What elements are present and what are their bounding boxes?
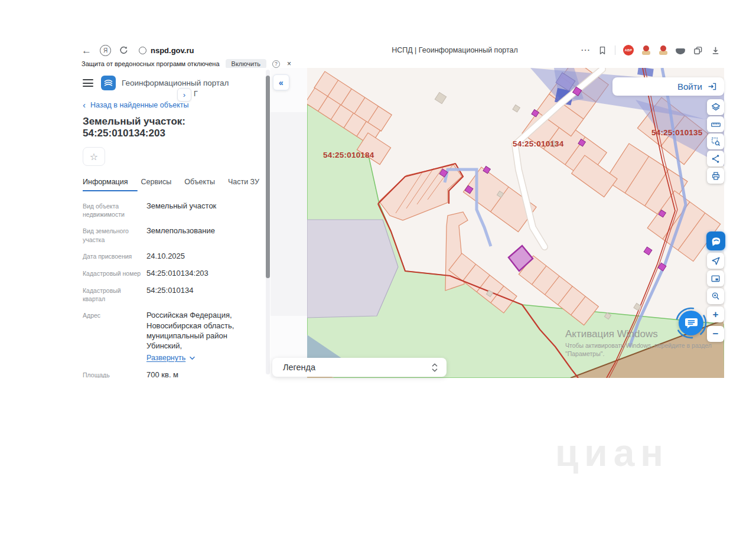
- coordinate-search-icon: [711, 291, 721, 302]
- legend-expand-icon[interactable]: [431, 363, 438, 372]
- star-icon: ☆: [90, 151, 98, 162]
- measure-button[interactable]: [707, 116, 724, 132]
- print-button[interactable]: [707, 168, 724, 184]
- portal-title: Геоинформационный портал: [122, 79, 229, 87]
- menu-icon[interactable]: [83, 79, 93, 87]
- share-button[interactable]: [707, 151, 724, 167]
- browser-tab-title: НСПД | Геоинформационный портал: [313, 46, 597, 54]
- printer-icon: [711, 171, 721, 181]
- nspd-logo: [101, 76, 116, 90]
- toolbar-divider: [615, 45, 615, 55]
- download-icon[interactable]: [711, 45, 721, 56]
- field-row: Площадь уточненная700 кв. м: [83, 370, 263, 378]
- extension-icon[interactable]: [659, 45, 668, 55]
- area-search-icon: [711, 136, 721, 147]
- zoom-in-button[interactable]: +: [707, 306, 724, 322]
- field-row: Кадастровый квартал54:25:010134: [83, 285, 263, 303]
- share-icon: [711, 154, 721, 164]
- overview-frame-button[interactable]: [707, 270, 724, 286]
- browser-back-icon[interactable]: ←: [82, 45, 92, 56]
- field-row: Вид земельного участкаЗемлепользование: [83, 226, 263, 243]
- tab-chasti-zu[interactable]: Части ЗУ: [228, 178, 259, 191]
- login-icon: [707, 81, 717, 92]
- draw-tool-icon: [710, 235, 722, 247]
- legend-title: Легенда: [283, 363, 315, 372]
- area-search-button[interactable]: [707, 133, 724, 149]
- adblock-extension-icon[interactable]: ABP: [623, 45, 634, 56]
- svg-text:Активация Windows: Активация Windows: [565, 328, 658, 340]
- chat-bubble-icon: [685, 317, 698, 330]
- extension-icon[interactable]: [641, 45, 651, 55]
- favorite-star-button[interactable]: ☆: [83, 147, 105, 166]
- quarter-label: 54:25:010134: [513, 139, 564, 148]
- back-link-label: Назад в найденные объекты: [90, 101, 188, 109]
- chat-widget-button[interactable]: [674, 306, 708, 340]
- field-row: Кадастровый номер54:25:010134:203: [83, 268, 263, 278]
- chevron-left-icon: ‹: [83, 100, 86, 109]
- field-row: Дата присвоения24.10.2025: [83, 251, 263, 261]
- object-info-panel: Геоинформационный портал ‹ Назад в найде…: [77, 68, 269, 378]
- browser-toolbar: ← Я nspd.gov.ru НСПД | Геоинформационный…: [77, 41, 724, 59]
- address-bar[interactable]: nspd.gov.ru: [139, 46, 194, 55]
- bookmark-icon[interactable]: [598, 45, 607, 55]
- tabs-scroll-right-button[interactable]: ›: [177, 88, 191, 102]
- field-row-address: Адрес Российская Федерация, Новосибирска…: [83, 310, 263, 363]
- help-icon[interactable]: ?: [272, 60, 280, 68]
- expand-address-link[interactable]: Развернуть: [146, 353, 263, 363]
- close-icon[interactable]: ×: [287, 60, 291, 68]
- reload-icon[interactable]: [119, 45, 128, 55]
- cadastral-map[interactable]: 54:25:010184 54:25:010134 54:25:010135 А…: [307, 68, 724, 378]
- ruler-icon: [711, 119, 721, 130]
- map-container[interactable]: 54:25:010184 54:25:010134 54:25:010135 А…: [307, 68, 724, 378]
- svg-text:Чтобы активировать Windows, пе: Чтобы активировать Windows, перейдите в …: [565, 342, 712, 349]
- login-button[interactable]: Войти: [612, 77, 724, 96]
- coordinate-search-button[interactable]: [707, 288, 724, 304]
- layers-icon: [711, 102, 721, 113]
- panel-edge-strip: [271, 68, 307, 378]
- locate-button[interactable]: [707, 253, 724, 269]
- legend-bar[interactable]: Легенда: [272, 358, 447, 377]
- browser-profile-icon[interactable]: Я: [100, 45, 111, 56]
- enable-protection-button[interactable]: Включить: [226, 59, 266, 68]
- tab-fragment: Г: [194, 90, 198, 98]
- layers-button[interactable]: [707, 99, 724, 115]
- zoom-out-button[interactable]: −: [707, 326, 724, 342]
- site-info-icon[interactable]: [139, 47, 146, 54]
- panel-scrollbar-thumb[interactable]: [266, 76, 270, 278]
- navigation-arrow-icon: [711, 256, 721, 266]
- object-title: Земельный участок: 54:25:010134:203: [83, 116, 269, 139]
- overview-frame-icon: [711, 273, 721, 284]
- field-row: Вид объекта недвижимостиЗемельный участо…: [83, 201, 263, 218]
- collapse-panel-button[interactable]: «: [273, 74, 289, 90]
- page-watermark: циан: [555, 431, 669, 475]
- quarter-label: 54:25:010184: [323, 151, 374, 159]
- extensions-puzzle-icon[interactable]: [693, 45, 703, 56]
- back-to-results-link[interactable]: ‹ Назад в найденные объекты: [83, 100, 269, 109]
- quarter-label: 54:25:010135: [651, 128, 703, 137]
- chevron-down-icon: [189, 356, 195, 360]
- security-notice-text: Защита от вредоносных программ отключена: [82, 60, 220, 67]
- object-attributes: Вид объекта недвижимостиЗемельный участо…: [83, 201, 263, 378]
- tab-servisy[interactable]: Сервисы: [141, 178, 172, 191]
- url-text[interactable]: nspd.gov.ru: [151, 46, 194, 55]
- svg-text:"Параметры".: "Параметры".: [565, 350, 604, 357]
- tab-obekty[interactable]: Объекты: [184, 178, 215, 191]
- tab-informatsiya[interactable]: Информация: [83, 178, 128, 191]
- draw-tool-button-active[interactable]: [706, 231, 725, 250]
- extension-icon-dark[interactable]: [676, 48, 685, 54]
- object-tabs: Информация Сервисы Объекты Части ЗУ Сост…: [83, 178, 267, 191]
- address-value: Российская Федерация, Новосибирская обла…: [146, 310, 263, 351]
